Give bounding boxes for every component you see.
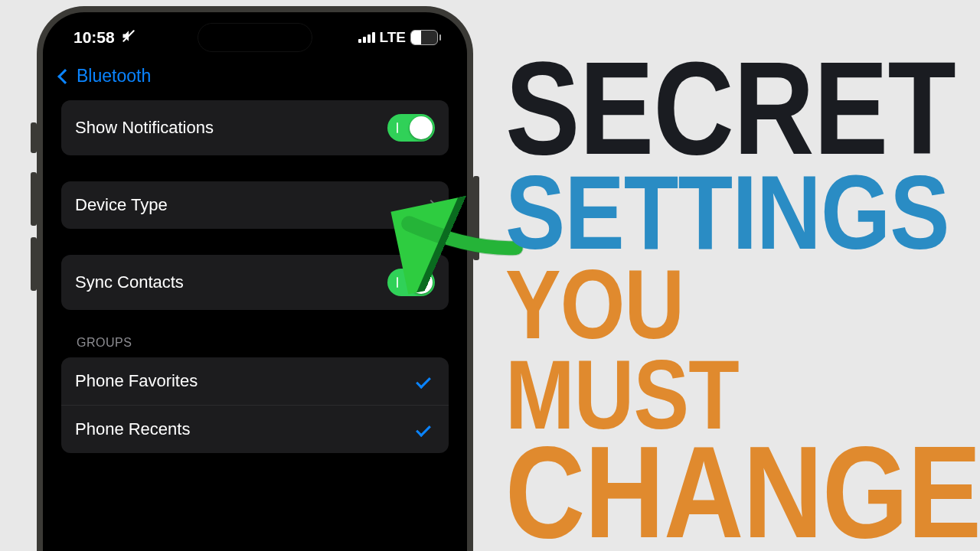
phone-screen: 10:58 LTE 39 — [43, 12, 467, 551]
checkmark-icon — [416, 373, 431, 389]
toggle-show-notifications[interactable] — [387, 114, 435, 142]
dynamic-island — [198, 23, 312, 52]
row-label: Show Notifications — [75, 118, 214, 138]
silent-icon — [121, 28, 136, 47]
row-show-notifications[interactable]: Show Notifications — [61, 100, 449, 155]
volume-down-button — [31, 237, 37, 291]
battery-icon: 39 — [410, 30, 441, 45]
group-card: Phone Favorites Phone Recents — [61, 357, 449, 453]
headline-word-4: CHANGE — [505, 432, 903, 551]
row-sync-contacts[interactable]: Sync Contacts — [61, 255, 449, 310]
row-label: Sync Contacts — [75, 272, 184, 292]
volume-up-button — [31, 172, 37, 226]
chevron-left-icon — [57, 69, 73, 84]
group-row-phone-recents[interactable]: Phone Recents — [61, 406, 449, 453]
cellular-signal-icon — [358, 32, 375, 43]
group-row-label: Phone Favorites — [75, 371, 198, 391]
headline-word-1: SECRET — [505, 47, 903, 168]
headline: SECRET SETTINGS YOU MUST CHANGE — [505, 47, 972, 551]
group-row-label: Phone Recents — [75, 419, 190, 439]
section-header-groups: GROUPS — [61, 336, 449, 357]
headline-word-3: YOU MUST — [505, 259, 903, 440]
checkmark-icon — [416, 422, 431, 437]
row-device-type[interactable]: Device Type — [61, 181, 449, 229]
headline-word-2: SETTINGS — [505, 164, 903, 261]
status-time: 10:58 — [74, 28, 115, 47]
row-label: Device Type — [75, 195, 168, 215]
back-label: Bluetooth — [77, 66, 151, 86]
back-button[interactable]: Bluetooth — [47, 55, 462, 100]
battery-percent: 39 — [411, 31, 437, 44]
network-label: LTE — [380, 29, 406, 46]
silent-switch — [31, 122, 37, 153]
group-row-phone-favorites[interactable]: Phone Favorites — [61, 357, 449, 406]
